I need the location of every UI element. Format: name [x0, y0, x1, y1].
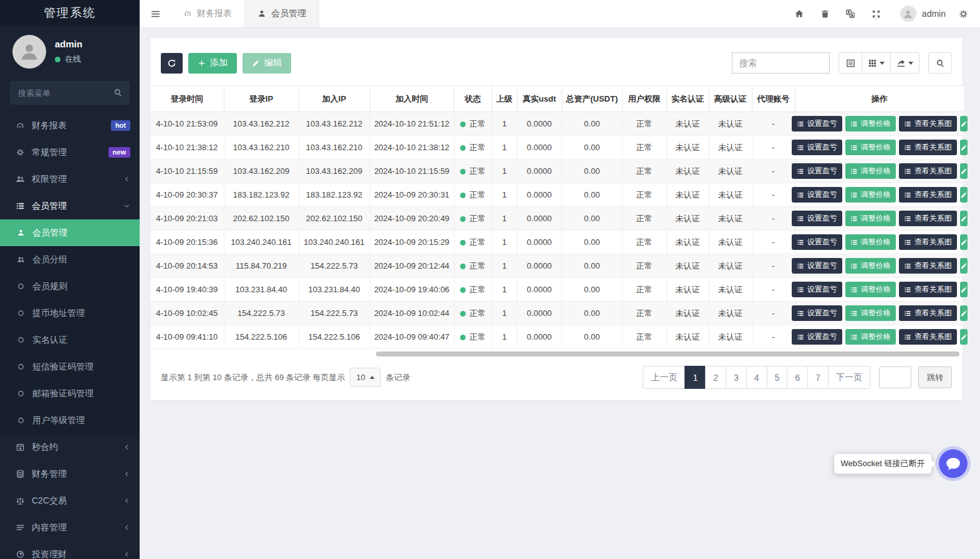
column-header-登录时间[interactable]: 登录时间 [150, 86, 224, 112]
set-profit-loss-button[interactable]: 设置盈亏 [792, 305, 842, 321]
tab-财务报表[interactable]: 财务报表 [171, 0, 244, 27]
home-button[interactable] [787, 0, 812, 28]
page-size-select[interactable]: 10 [350, 368, 380, 387]
page-button-4[interactable]: 4 [746, 366, 767, 389]
page-jump-button[interactable]: 跳转 [918, 366, 952, 388]
search-toggle-button[interactable] [928, 52, 952, 74]
sidebar-subitem-用户等级管理[interactable]: 用户等级管理 [0, 407, 140, 434]
sidebar-subitem-会员规则[interactable]: 会员规则 [0, 273, 140, 300]
sidebar-subitem-会员管理[interactable]: 会员管理 [0, 219, 140, 246]
row-edit-button[interactable] [960, 234, 968, 250]
view-relation-button[interactable]: 查看关系图 [899, 329, 957, 345]
set-profit-loss-button[interactable]: 设置盈亏 [792, 187, 842, 203]
row-edit-button[interactable] [960, 211, 968, 226]
set-profit-loss-button[interactable]: 设置盈亏 [792, 211, 842, 226]
table-row[interactable]: 4-10-09 20:15:36103.240.240.161103.240.2… [150, 231, 964, 254]
table-row[interactable]: 4-10-09 19:40:39103.231.84.40103.231.84.… [150, 278, 964, 302]
chat-button[interactable] [939, 449, 968, 478]
page-button-6[interactable]: 6 [787, 366, 808, 389]
user-menu[interactable]: admin [889, 6, 954, 22]
sidebar-item-财务管理[interactable]: 财务管理 [0, 461, 140, 487]
column-header-加入时间[interactable]: 加入时间 [370, 86, 454, 112]
table-row[interactable]: 4-10-09 20:21:03202.62.102.150202.62.102… [150, 207, 964, 231]
sidebar-subitem-实名认证[interactable]: 实名认证 [0, 327, 140, 353]
adjust-price-button[interactable]: 调整价格 [845, 116, 896, 131]
row-edit-button[interactable] [960, 187, 968, 203]
adjust-price-button[interactable]: 调整价格 [845, 234, 896, 250]
column-header-状态[interactable]: 状态 [454, 86, 492, 112]
set-profit-loss-button[interactable]: 设置盈亏 [792, 329, 842, 345]
table-row[interactable]: 4-10-10 21:38:12103.43.162.210103.43.162… [150, 136, 964, 160]
table-row[interactable]: 4-10-09 10:02:45154.222.5.73154.222.5.73… [150, 302, 964, 325]
refresh-button[interactable] [161, 53, 183, 74]
view-relation-button[interactable]: 查看关系图 [899, 305, 957, 321]
page-jump-input[interactable] [879, 366, 911, 388]
row-edit-button[interactable] [960, 282, 968, 297]
fullscreen-button[interactable] [863, 0, 889, 28]
sidebar-item-内容管理[interactable]: 内容管理 [0, 514, 140, 541]
row-edit-button[interactable] [960, 329, 968, 345]
adjust-price-button[interactable]: 调整价格 [845, 329, 896, 345]
set-profit-loss-button[interactable]: 设置盈亏 [792, 140, 842, 155]
set-profit-loss-button[interactable]: 设置盈亏 [792, 116, 842, 131]
detail-view-button[interactable] [838, 52, 862, 74]
prev-page-button[interactable]: 上一页 [643, 366, 685, 389]
table-row[interactable]: 4-10-10 21:15:59103.43.162.209103.43.162… [150, 160, 964, 183]
tab-会员管理[interactable]: 会员管理 [244, 0, 319, 27]
set-profit-loss-button[interactable]: 设置盈亏 [792, 163, 842, 179]
sidebar-item-投资理财[interactable]: 投资理财 [0, 541, 140, 559]
row-edit-button[interactable] [960, 163, 968, 179]
view-relation-button[interactable]: 查看关系图 [899, 258, 957, 274]
sidebar-item-秒合约[interactable]: 秒合约 [0, 434, 140, 461]
column-header-操作[interactable]: 操作 [795, 86, 964, 112]
view-relation-button[interactable]: 查看关系图 [899, 187, 957, 203]
set-profit-loss-button[interactable]: 设置盈亏 [792, 282, 842, 297]
view-relation-button[interactable]: 查看关系图 [899, 211, 957, 226]
row-edit-button[interactable] [960, 116, 968, 131]
sidebar-subitem-提币地址管理[interactable]: 提币地址管理 [0, 300, 140, 327]
view-relation-button[interactable]: 查看关系图 [899, 234, 957, 250]
adjust-price-button[interactable]: 调整价格 [845, 187, 896, 203]
table-row[interactable]: 4-10-09 09:41:10154.222.5.106154.222.5.1… [150, 325, 964, 349]
row-edit-button[interactable] [960, 140, 968, 155]
sidebar-item-财务报表[interactable]: 财务报表hot [0, 112, 140, 139]
export-button[interactable] [890, 52, 920, 74]
sidebar-item-C2C交易[interactable]: C2C交易 [0, 487, 140, 514]
set-profit-loss-button[interactable]: 设置盈亏 [792, 258, 842, 274]
scrollbar-thumb[interactable] [376, 351, 959, 356]
row-edit-button[interactable] [960, 305, 968, 321]
view-relation-button[interactable]: 查看关系图 [899, 163, 957, 179]
next-page-button[interactable]: 下一页 [828, 366, 870, 389]
page-button-5[interactable]: 5 [767, 366, 788, 389]
column-header-高级认证[interactable]: 高级认证 [709, 86, 752, 112]
table-row[interactable]: 4-10-09 20:30:37183.182.123.92183.182.12… [150, 183, 964, 207]
sidebar-item-常规管理[interactable]: 常规管理new [0, 139, 140, 166]
adjust-price-button[interactable]: 调整价格 [845, 211, 896, 226]
add-button[interactable]: 添加 [188, 53, 237, 74]
view-relation-button[interactable]: 查看关系图 [899, 140, 957, 155]
page-button-2[interactable]: 2 [705, 366, 726, 389]
sidebar-subitem-会员分组[interactable]: 会员分组 [0, 246, 140, 273]
column-header-上级[interactable]: 上级 [492, 86, 517, 112]
sidebar-item-会员管理[interactable]: 会员管理 [0, 193, 140, 219]
column-header-真实usdt[interactable]: 真实usdt [517, 86, 562, 112]
view-relation-button[interactable]: 查看关系图 [899, 116, 957, 131]
adjust-price-button[interactable]: 调整价格 [845, 163, 896, 179]
view-relation-button[interactable]: 查看关系图 [899, 282, 957, 297]
columns-button[interactable] [862, 52, 891, 74]
hamburger-button[interactable] [140, 0, 171, 27]
adjust-price-button[interactable]: 调整价格 [845, 140, 896, 155]
adjust-price-button[interactable]: 调整价格 [845, 305, 896, 321]
column-header-实名认证[interactable]: 实名认证 [666, 86, 709, 112]
column-header-用户权限[interactable]: 用户权限 [622, 86, 666, 112]
column-header-总资产(USDT)[interactable]: 总资产(USDT) [562, 86, 622, 112]
sidebar-item-权限管理[interactable]: 权限管理 [0, 166, 140, 193]
language-button[interactable] [838, 0, 863, 28]
trash-button[interactable] [812, 0, 838, 28]
adjust-price-button[interactable]: 调整价格 [845, 258, 896, 274]
table-row[interactable]: 4-10-10 21:53:09103.43.162.212103.43.162… [150, 112, 964, 136]
column-header-登录IP[interactable]: 登录IP [224, 86, 299, 112]
page-button-1[interactable]: 1 [685, 366, 706, 389]
edit-button[interactable]: 编辑 [243, 53, 291, 74]
column-header-加入IP[interactable]: 加入IP [299, 86, 370, 112]
